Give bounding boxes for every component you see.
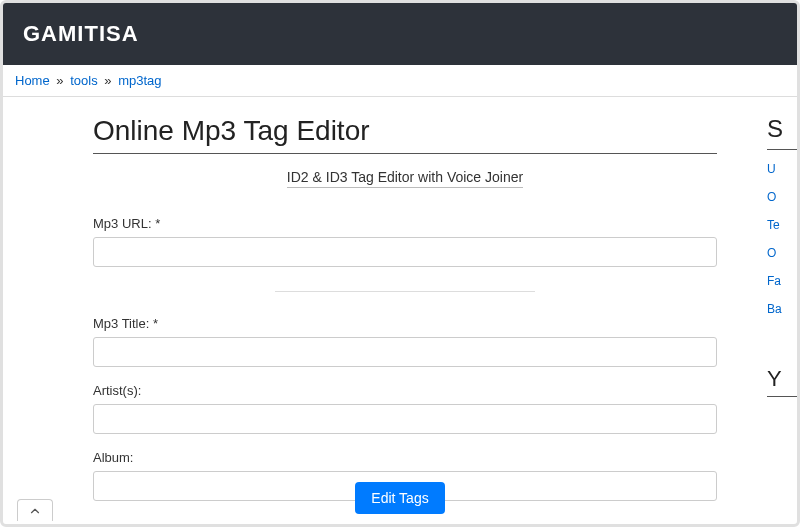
main-content: Online Mp3 Tag Editor ID2 & ID3 Tag Edit… — [3, 97, 767, 523]
divider — [275, 291, 535, 292]
chevron-up-icon — [28, 504, 42, 518]
breadcrumb-mp3tag[interactable]: mp3tag — [118, 73, 161, 88]
title-label: Mp3 Title: * — [93, 316, 717, 331]
form-group-url: Mp3 URL: * — [93, 216, 717, 267]
form-group-title: Mp3 Title: * — [93, 316, 717, 367]
album-label: Album: — [93, 450, 717, 465]
sidebar-link[interactable]: Ba — [767, 302, 797, 316]
artist-label: Artist(s): — [93, 383, 717, 398]
sidebar-link[interactable]: Te — [767, 218, 797, 232]
breadcrumb-home[interactable]: Home — [15, 73, 50, 88]
breadcrumb-tools[interactable]: tools — [70, 73, 97, 88]
sidebar-link[interactable]: O — [767, 246, 797, 260]
sidebar-heading2: Y — [767, 366, 797, 397]
brand-logo: GAMITISA — [23, 21, 139, 47]
breadcrumb: Home » tools » mp3tag — [3, 65, 797, 97]
url-label: Mp3 URL: * — [93, 216, 717, 231]
subtitle: ID2 & ID3 Tag Editor with Voice Joiner — [287, 169, 523, 188]
sidebar-link[interactable]: Fa — [767, 274, 797, 288]
header: GAMITISA — [3, 3, 797, 65]
page-title: Online Mp3 Tag Editor — [93, 115, 717, 154]
artist-input[interactable] — [93, 404, 717, 434]
url-input[interactable] — [93, 237, 717, 267]
sidebar: S U O Te O Fa Ba Y — [767, 97, 797, 523]
title-input[interactable] — [93, 337, 717, 367]
form-group-artist: Artist(s): — [93, 383, 717, 434]
scroll-top-button[interactable] — [17, 499, 53, 521]
button-row: Edit Tags — [3, 482, 797, 514]
sidebar-link[interactable]: U — [767, 162, 797, 176]
breadcrumb-sep: » — [56, 73, 63, 88]
sidebar-link[interactable]: O — [767, 190, 797, 204]
edit-tags-button[interactable]: Edit Tags — [355, 482, 444, 514]
breadcrumb-sep: » — [104, 73, 111, 88]
sidebar-heading: S — [767, 115, 797, 150]
